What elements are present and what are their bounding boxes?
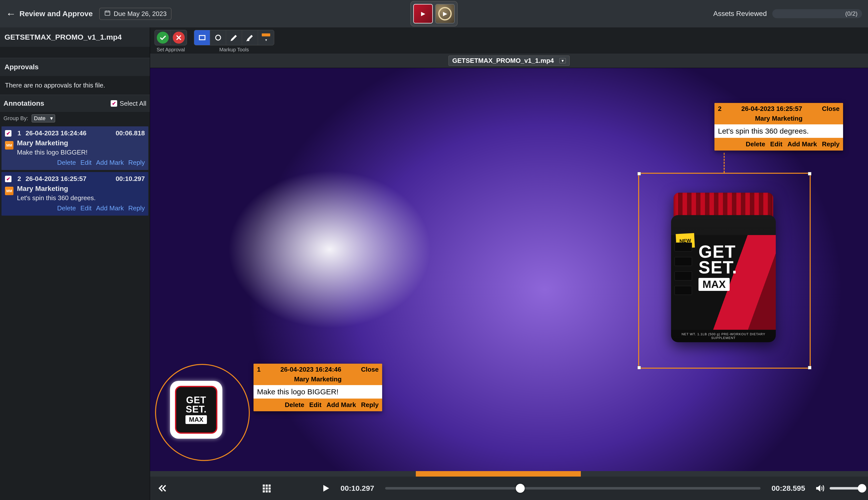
annotation-2-delete[interactable]: Delete — [57, 204, 76, 212]
annotation-1-timecode: 00:06.818 — [116, 129, 145, 137]
asset-thumbnails: ▶ ▶ — [410, 1, 458, 26]
markup-tools-label: Markup Tools — [219, 47, 249, 53]
logo-text-set: SET. — [186, 405, 207, 414]
asset-thumb-1[interactable]: ▶ — [413, 4, 433, 23]
rewind-button[interactable] — [156, 482, 169, 495]
logo-text-get: GET — [186, 396, 206, 405]
due-date-text: Due May 26, 2023 — [114, 10, 167, 18]
annotation-1-checkbox[interactable] — [5, 130, 11, 137]
svg-rect-6 — [263, 488, 265, 490]
overlay-2-edit[interactable]: Edit — [770, 140, 783, 148]
annotation-2-edit[interactable]: Edit — [80, 204, 91, 212]
annotation-2-timecode: 00:10.297 — [116, 175, 145, 183]
top-bar: ← Review and Approve Due May 26, 2023 ▶ … — [0, 0, 868, 27]
checkmark-icon — [157, 32, 169, 44]
set-approval-label: Set Approval — [157, 47, 185, 53]
logo-text-max: MAX — [185, 415, 207, 424]
annotation-2-checkbox[interactable] — [5, 176, 11, 182]
approve-button[interactable] — [155, 30, 171, 45]
speaker-icon — [815, 483, 825, 493]
grid-button[interactable] — [260, 482, 273, 495]
annotation-item[interactable]: 1 26-04-2023 16:24:46 00:06.818 MM Mary … — [1, 126, 148, 170]
toolbar: Set Approval — [150, 27, 868, 54]
overlay-1-delete[interactable]: Delete — [285, 401, 304, 409]
reject-button[interactable] — [171, 30, 187, 45]
timeline-strip[interactable] — [150, 471, 868, 477]
file-dropdown-row: GETSETMAX_PROMO_v1_1.mp4 ▾ — [150, 54, 868, 68]
overlay-1-user: Mary Marketing — [253, 375, 382, 385]
transport-controls: 00:10.297 00:28.595 — [150, 477, 868, 500]
select-all-checkbox[interactable] — [111, 100, 117, 107]
select-all-group: Select All — [111, 100, 146, 107]
circle-tool-button[interactable] — [210, 30, 226, 45]
pencil-icon — [230, 33, 238, 42]
jar-footer-text: NET WT. 1.1LB (500 g) PRE-WORKOUT DIETAR… — [671, 332, 776, 340]
annotation-2-number: 2 — [18, 175, 21, 183]
annotation-1-add-mark[interactable]: Add Mark — [96, 159, 124, 167]
annotations-header-row: Annotations Select All — [0, 95, 150, 112]
assets-reviewed-progress: (0/2) — [772, 9, 862, 18]
markup-tools-group: ▾ Markup Tools — [194, 30, 274, 53]
annotation-2-user: Mary Marketing — [17, 185, 145, 193]
approvals-header: Approvals — [0, 58, 150, 76]
svg-rect-11 — [269, 490, 271, 492]
grid-icon — [262, 483, 272, 493]
highlighter-tool-button[interactable] — [242, 30, 258, 45]
file-dropdown[interactable]: GETSETMAX_PROMO_v1_1.mp4 ▾ — [448, 56, 569, 66]
annotation-1-delete[interactable]: Delete — [57, 159, 76, 167]
svg-rect-3 — [263, 485, 265, 487]
annotation-2-add-mark[interactable]: Add Mark — [96, 204, 124, 212]
scrub-bar[interactable] — [385, 487, 761, 490]
overlay-annotation-card-2[interactable]: 2 26-04-2023 16:25:57 Close Mary Marketi… — [715, 103, 843, 150]
main: Set Approval — [150, 27, 868, 500]
play-overlay-icon: ▶ — [414, 4, 432, 23]
overlay-1-reply[interactable]: Reply — [361, 401, 379, 409]
annotations-header: Annotations — [3, 100, 44, 107]
overlay-2-close[interactable]: Close — [822, 105, 840, 113]
overlay-annotation-card-1[interactable]: 1 26-04-2023 16:24:46 Close Mary Marketi… — [253, 364, 382, 411]
volume-control — [814, 482, 862, 495]
volume-button[interactable] — [814, 482, 826, 495]
group-by-select[interactable]: Date ▾ — [32, 114, 55, 122]
scrub-knob[interactable] — [516, 484, 525, 493]
volume-knob[interactable] — [858, 484, 866, 492]
play-icon — [321, 483, 331, 493]
annotation-1-avatar: MM — [5, 141, 13, 149]
annotation-item[interactable]: 2 26-04-2023 16:25:57 00:10.297 MM Mary … — [1, 172, 148, 216]
pencil-tool-button[interactable] — [226, 30, 242, 45]
video-viewer[interactable]: GET SET. MAX 1 26-04-2023 16:24:46 Close… — [150, 68, 868, 471]
color-tool-button[interactable]: ▾ — [258, 30, 274, 45]
volume-slider[interactable] — [830, 487, 862, 490]
svg-rect-8 — [269, 488, 271, 490]
overlay-2-add-mark[interactable]: Add Mark — [787, 140, 817, 148]
annotation-list: 1 26-04-2023 16:24:46 00:06.818 MM Mary … — [0, 125, 150, 217]
annotation-2-avatar: MM — [5, 187, 13, 195]
asset-thumb-2[interactable]: ▶ — [435, 4, 455, 23]
svg-rect-1 — [199, 36, 205, 40]
play-button[interactable] — [320, 482, 332, 495]
jar-text-max: MAX — [698, 278, 730, 291]
due-date-chip[interactable]: Due May 26, 2023 — [99, 8, 172, 20]
annotation-2-reply[interactable]: Reply — [128, 204, 145, 212]
overlay-1-add-mark[interactable]: Add Mark — [327, 401, 356, 409]
rectangle-tool-button[interactable] — [194, 30, 210, 45]
annotation-1-user: Mary Marketing — [17, 139, 145, 147]
overlay-2-timestamp: 26-04-2023 16:25:57 — [727, 105, 817, 113]
jar-text-set: SET. — [698, 260, 738, 275]
group-by-row: Group By: Date ▾ — [0, 112, 150, 125]
caret-down-icon: ▾ — [50, 115, 53, 122]
svg-rect-10 — [266, 490, 268, 492]
group-by-value: Date — [34, 115, 45, 122]
annotation-1-reply[interactable]: Reply — [128, 159, 145, 167]
overlay-1-edit[interactable]: Edit — [309, 401, 322, 409]
duration-label: 00:28.595 — [772, 484, 805, 492]
markup-connector-2 — [724, 153, 725, 173]
current-time-label: 00:10.297 — [341, 484, 374, 492]
overlay-1-close[interactable]: Close — [361, 366, 379, 373]
back-arrow-icon[interactable]: ← — [6, 8, 16, 20]
overlay-1-message: Make this logo BIGGER! — [253, 385, 382, 399]
overlay-2-delete[interactable]: Delete — [746, 140, 765, 148]
overlay-2-reply[interactable]: Reply — [822, 140, 840, 148]
timeline-marked-range — [416, 471, 581, 477]
annotation-1-edit[interactable]: Edit — [80, 159, 91, 167]
